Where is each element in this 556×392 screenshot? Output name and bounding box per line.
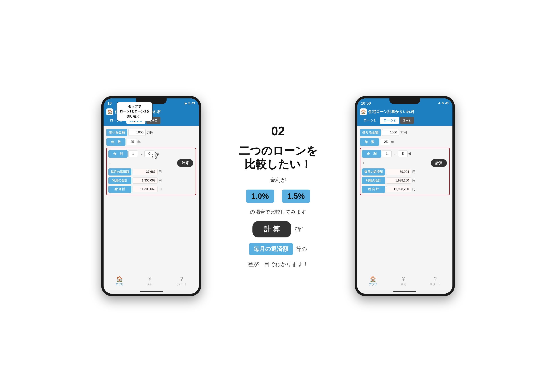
phone-left: 10 ▶ ☰ 43 🏠 住宅ローン計算かりいれ君 ローン1 ローン2 1＋2 — [101, 96, 201, 296]
percent-right: % — [409, 152, 411, 156]
interest-row-right: 金 利 1 ． 5 % — [362, 150, 448, 158]
calc-button-right[interactable]: 計算 — [431, 159, 447, 167]
grand-total-unit-right: 円 — [412, 187, 415, 191]
interest-total-row-right: 利息の合計 1,998,200 円 — [362, 177, 448, 184]
interest-int-left[interactable]: 1 — [128, 150, 138, 157]
nav-support-icon-left: ? — [180, 276, 183, 282]
interest-dec-right[interactable]: 5 — [398, 150, 408, 157]
nav-interest-right[interactable]: ¥ 金利 — [401, 276, 406, 286]
interest-total-label-left: 利息の合計 — [108, 177, 131, 184]
status-time-left: 10 — [107, 101, 112, 106]
years-label-left: 年 数 — [106, 138, 125, 146]
borrow-unit-right: 万円 — [400, 130, 407, 135]
status-icons-left: ▶ ☰ 43 — [185, 102, 195, 105]
grand-total-value-right: 11,998,200 — [386, 186, 411, 192]
airplane-icon-right: ✈ ≋ — [438, 102, 444, 105]
app-icon-right: 🏠 — [360, 109, 367, 115]
battery-label-right: 43 — [445, 102, 449, 105]
years-unit-right: 年 — [391, 140, 394, 144]
nav-interest-left[interactable]: ¥ 金利 — [147, 276, 153, 286]
years-unit-left: 年 — [137, 140, 141, 144]
grand-total-unit-left: 円 — [159, 187, 162, 191]
interest-int-right[interactable]: 1 — [382, 150, 392, 157]
result-highlight-label: 毎月の返済額 — [249, 243, 293, 255]
nav-app-left[interactable]: 🏠 アプリ — [116, 276, 124, 286]
nav-app-icon-left: 🏠 — [116, 276, 123, 282]
interest-badge-2: 1.5% — [282, 189, 310, 203]
tab-loan1-right[interactable]: ローン1 — [360, 117, 379, 124]
arrow-down-right: ↓ — [363, 161, 364, 165]
result-desc: 差が一目でわかります！ — [248, 261, 308, 268]
tab-loan2-right[interactable]: ローン2 — [380, 117, 399, 124]
tab-sum-right[interactable]: 1＋2 — [400, 117, 414, 124]
interest-badge-1: 1.0% — [246, 189, 274, 203]
main-title: 二つのローンを比較したい！ — [239, 144, 317, 171]
interest-total-row-left: 利息の合計 1,306,069 円 — [108, 177, 194, 184]
borrow-input-left[interactable]: 1000 — [128, 129, 146, 136]
calc-btn-wrapper: 計 算 ☞ — [252, 221, 304, 237]
result-highlight-row: 毎月の返済額 等の — [249, 243, 307, 255]
calc-hand-icon: ☞ — [293, 222, 304, 236]
interest-total-unit-right: 円 — [412, 179, 415, 183]
subtitle1: 金利が — [270, 176, 286, 184]
grand-total-row-left: 総 合 計 11,306,069 円 — [108, 186, 194, 193]
nav-support-icon-right: ? — [434, 276, 437, 282]
red-box-right: 金 利 1 ． 5 % ↓ 計算 毎月の返済 — [360, 148, 450, 195]
borrow-input-right[interactable]: 1000 — [382, 129, 399, 136]
tooltip-bubble: タップでローン1とローン2を切り替え！ — [117, 102, 153, 121]
nav-interest-icon-left: ¥ — [148, 276, 151, 282]
calc-row-left: ↓ 計算 — [108, 159, 194, 167]
nav-support-label-left: サポート — [176, 282, 187, 286]
nav-support-right[interactable]: ? サポート — [430, 276, 440, 286]
nav-app-right[interactable]: 🏠 アプリ — [369, 276, 377, 286]
monthly-unit-right: 円 — [412, 170, 415, 174]
monthly-label-right: 毎月の返済額 — [362, 168, 385, 175]
app-content-left: 借りる金額 1000 万円 年 数 25 年 金 利 — [104, 126, 199, 274]
app-header-right: 🏠 住宅ローン計算かりいれ君 — [357, 107, 452, 117]
app-content-right: 借りる金額 1000 万円 年 数 25 年 金 利 — [357, 126, 452, 274]
home-indicator-left — [140, 291, 163, 292]
grand-total-value-left: 11,306,069 — [132, 186, 158, 192]
dot-left: ． — [139, 151, 144, 157]
nav-app-icon-right: 🏠 — [370, 276, 376, 282]
big-calc-button[interactable]: 計 算 — [252, 221, 291, 237]
nav-app-label-right: アプリ — [369, 283, 377, 286]
status-time-right: 10:50 — [361, 101, 371, 106]
middle-section: 02 二つのローンを比較したい！ 金利が 1.0% 1.5% の場合で比較してみ… — [213, 124, 343, 268]
grand-total-label-left: 総 合 計 — [108, 186, 131, 193]
nav-interest-label-right: 金利 — [401, 282, 406, 286]
calc-button-left[interactable]: 計算 — [177, 159, 193, 167]
nav-interest-label-left: 金利 — [147, 282, 153, 286]
borrow-label-left: 借りる金額 — [106, 129, 127, 136]
monthly-unit-left: 円 — [159, 170, 162, 174]
years-input-right[interactable]: 25 — [380, 139, 390, 145]
interest-total-unit-left: 円 — [159, 179, 162, 183]
nav-support-left[interactable]: ? サポート — [176, 276, 187, 286]
app-title-right: 住宅ローン計算かりいれ君 — [368, 109, 414, 114]
page-number: 02 — [271, 124, 285, 138]
tooltip-text: タップでローン1とローン2を切り替え！ — [120, 105, 149, 118]
years-row-right: 年 数 25 年 — [360, 138, 450, 146]
grand-total-row-right: 総 合 計 11,998,200 円 — [362, 186, 448, 193]
status-icons-right: ✈ ≋ 43 — [438, 102, 449, 105]
compare-note: の場合で比較してみます — [250, 209, 306, 215]
monthly-row-right: 毎月の返済額 39,994 円 — [362, 168, 448, 175]
arrow-down-left: ↓ — [109, 161, 111, 165]
phone-notch-right — [389, 98, 420, 104]
bottom-nav-left: 🏠 アプリ ¥ 金利 ? サポート — [104, 274, 199, 290]
interest-total-value-right: 1,998,200 — [386, 177, 411, 184]
years-label-right: 年 数 — [360, 138, 379, 146]
nav-interest-icon-right: ¥ — [402, 276, 405, 282]
interest-label-left: 金 利 — [108, 150, 128, 158]
borrow-unit-left: 万円 — [147, 130, 153, 135]
years-input-left[interactable]: 25 — [127, 139, 136, 145]
phone-right-wrapper: 10:50 ✈ ≋ 43 🏠 住宅ローン計算かりいれ君 ローン1 ローン2 1＋… — [355, 96, 455, 296]
nav-app-label-left: アプリ — [116, 283, 124, 286]
interest-total-label-right: 利息の合計 — [362, 177, 385, 184]
battery-label-left: 43 — [192, 102, 195, 105]
battery-icon-left: ▶ ☰ — [185, 102, 190, 105]
borrow-row-left: 借りる金額 1000 万円 — [106, 129, 196, 136]
tab-bar-right: ローン1 ローン2 1＋2 — [357, 117, 452, 126]
monthly-value-left: 37,687 — [132, 169, 158, 175]
monthly-row-left: 毎月の返済額 37,687 円 — [108, 168, 194, 175]
